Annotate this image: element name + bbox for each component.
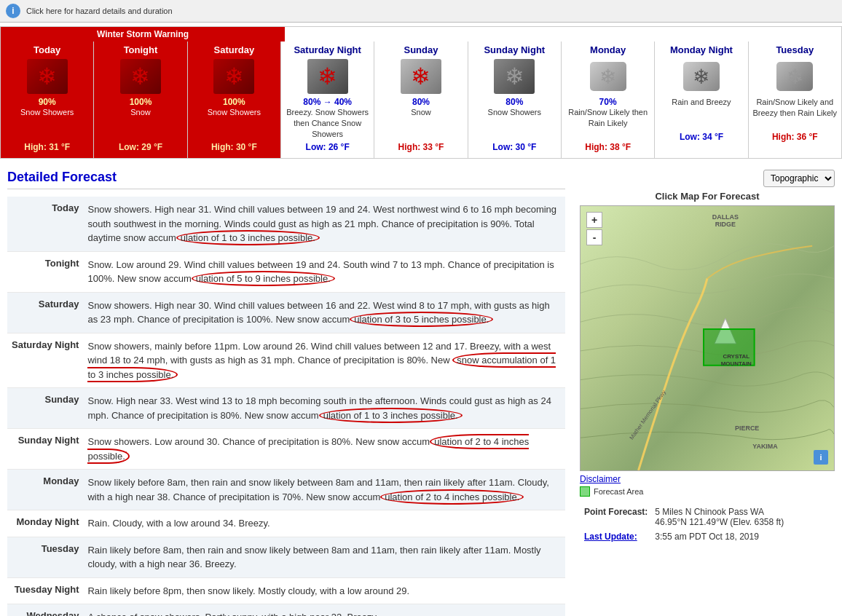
period-name: Monday Night [7,510,83,537]
period-text: Snow showers. Low around 30. Chance of p… [83,429,565,470]
period-text: Snow likely before 8am, then rain and sn… [83,470,565,510]
period-name: Sunday [7,388,83,429]
period-text: Snow showers. High near 31. Wind chill v… [83,197,565,251]
highlight-text: snow accumulation of 1 to 3 inches possi… [87,352,556,382]
svg-text:RIDGE: RIDGE [715,221,736,228]
condition: Snow [376,107,465,139]
day-name: Monday [563,44,653,57]
temp: High: 31 °F [2,142,92,152]
forecast-day-sunday[interactable]: Sunday ❄ 80% Snow High: 33 °F [374,42,468,158]
highlight-text: ulation of 2 to 4 inches possible. [87,434,529,464]
forecast-day-today[interactable]: Today ❄ 90% Snow Showers High: 31 °F [1,42,94,158]
period-name: Tonight [7,251,83,292]
condition: Rain/Snow Likely and Breezy then Rain Li… [750,97,840,129]
period-name: Saturday Night [7,333,83,388]
table-row: Tuesday NightRain likely before 8pm, the… [7,577,565,604]
table-row: SundaySnow. High near 33. West wind 13 t… [7,388,565,429]
click-map-label: Click Map For Forecast [580,191,835,202]
forecast-area-swatch [580,486,590,497]
day-name: Tonight [95,44,185,57]
period-name: Today [7,197,83,251]
period-text: Snow showers, mainly before 11pm. Low ar… [83,333,565,388]
condition: Breezy. Snow Showers then Chance Snow Sh… [283,107,372,140]
day-name: Today [2,44,92,57]
temp: High: 33 °F [376,142,465,152]
day-name: Monday Night [656,44,746,57]
highlight-text: ulation of 2 to 4 inches possible. [380,489,524,505]
map-container[interactable]: DALLAS RIDGE CRYSTAL MOUNTAIN Mather Mem… [580,205,835,471]
precip-pct: 80% → 40% [283,97,372,107]
temp: Low: 29 °F [95,142,185,152]
forecast-day-saturday[interactable]: Saturday ❄ 100% Snow Showers High: 30 °F [188,42,281,158]
last-update-value: 3:55 am PDT Oct 18, 2019 [652,530,787,543]
day-name: Saturday [189,44,279,57]
table-row: SaturdaySnow showers. High near 30. Wind… [7,292,565,333]
map-zoom-controls: + - [586,212,602,245]
temp: Low: 26 °F [283,142,372,152]
point-forecast-label: Point Forecast: [581,505,650,529]
forecast-days-row: Today ❄ 90% Snow Showers High: 31 °F Ton… [1,42,841,158]
period-text: Snow. High near 33. West wind 13 to 18 m… [83,388,565,429]
point-forecast: Point Forecast: 5 Miles N Chinook Pass W… [580,504,835,545]
table-row: TodaySnow showers. High near 31. Wind ch… [7,197,565,251]
detailed-forecast-title: Detailed Forecast [7,170,565,189]
forecast-day-saturday-night[interactable]: Saturday Night ❄ 80% → 40% Breezy. Snow … [281,42,374,158]
precip-pct: 90% [2,97,92,107]
forecast-day-monday[interactable]: Monday ❄ 70% Rain/Snow Likely then Rain … [562,42,655,158]
condition: Snow Showers [189,107,279,139]
period-text: A chance of snow showers. Partly sunny, … [83,604,565,616]
table-row: TonightSnow. Low around 29. Wind chill v… [7,251,565,292]
forecast-day-monday-night[interactable]: Monday Night ❄ Rain and Breezy Low: 34 °… [655,42,748,158]
table-row: Monday NightRain. Cloudy, with a low aro… [7,510,565,537]
zoom-in-button[interactable]: + [586,212,602,228]
hazard-bar: i Click here for hazard details and dura… [0,0,842,23]
period-text: Snow. Low around 29. Wind chill values b… [83,251,565,292]
day-name: Sunday Night [470,44,559,57]
condition: Snow [95,107,185,139]
precip-pct: 100% [95,97,185,107]
hazard-link[interactable]: Click here for hazard details and durati… [26,7,173,15]
svg-text:YAKIMA: YAKIMA [752,443,778,451]
forecast-table: TodaySnow showers. High near 31. Wind ch… [7,197,565,616]
temp: High: 36 °F [750,132,840,142]
condition: Snow Showers [470,107,559,139]
period-name: Tuesday [7,537,83,577]
table-row: MondaySnow likely before 8am, then rain … [7,470,565,510]
last-update-label: Last Update: [581,530,650,543]
map-info-button[interactable]: i [814,450,828,465]
map-controls: Topographic [580,170,835,187]
winter-warning-bar: Winter Storm Warning [1,27,285,42]
table-row: Sunday NightSnow showers. Low around 30.… [7,429,565,470]
period-name: Sunday Night [7,429,83,470]
table-row: WednesdayA chance of snow showers. Partl… [7,604,565,616]
map-disclaimer: Disclaimer [580,473,835,484]
forecast-day-sunday-night[interactable]: Sunday Night ❄ 80% Snow Showers Low: 30 … [468,42,562,158]
point-forecast-location: 5 Miles N Chinook Pass WA 46.95°N 121.49… [652,505,787,529]
table-row: Saturday NightSnow showers, mainly befor… [7,333,565,388]
forecast-area-label: Forecast Area [594,487,643,496]
period-name: Monday [7,470,83,510]
period-text: Rain likely before 8am, then rain and sn… [83,537,565,577]
temp: High: 38 °F [563,142,653,152]
day-name: Tuesday [750,44,840,57]
precip-pct: 80% [376,97,465,107]
svg-text:PIERCE: PIERCE [735,425,759,433]
forecast-day-tuesday[interactable]: Tuesday ❄ Rain/Snow Likely and Breezy th… [749,42,841,158]
day-name: Saturday Night [283,44,372,57]
temp: Low: 30 °F [470,142,559,152]
map-type-select[interactable]: Topographic [763,170,835,187]
period-text: Snow showers. High near 30. Wind chill v… [83,292,565,333]
temp: High: 30 °F [189,142,279,152]
temp: Low: 34 °F [656,132,746,142]
day-name: Sunday [376,44,465,57]
svg-text:CRYSTAL: CRYSTAL [723,353,749,360]
forecast-day-tonight[interactable]: Tonight ❄ 100% Snow Low: 29 °F [94,42,187,158]
info-icon: i [6,4,20,18]
table-row: TuesdayRain likely before 8am, then rain… [7,537,565,577]
period-name: Saturday [7,292,83,333]
map-topo: DALLAS RIDGE CRYSTAL MOUNTAIN Mather Mem… [581,206,834,470]
precip-pct: 80% [470,97,559,107]
zoom-out-button[interactable]: - [586,229,602,245]
disclaimer-link[interactable]: Disclaimer [580,474,621,484]
precip-pct: 100% [189,97,279,107]
